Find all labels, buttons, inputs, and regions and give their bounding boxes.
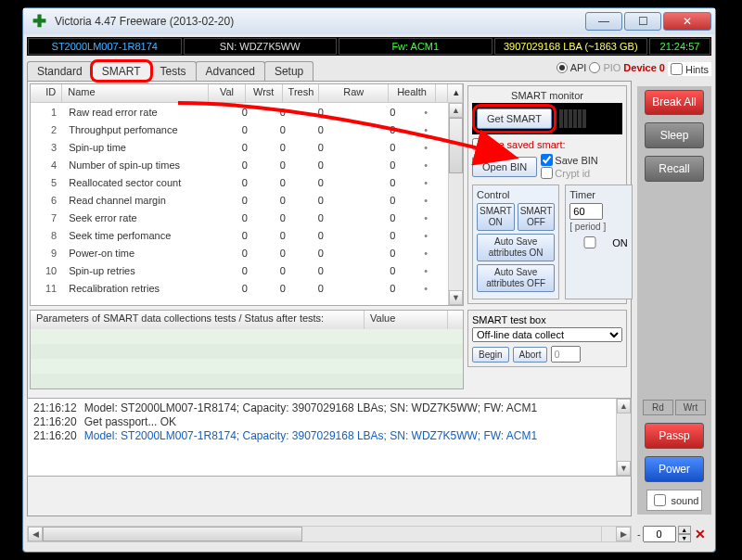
tab-advanced[interactable]: Advanced	[196, 61, 265, 81]
log-line: 21:16:20Model: ST2000LM007-1R8174; Capac…	[33, 429, 610, 442]
log-vscroll[interactable]: ▲ ▼	[616, 399, 631, 476]
scroll-right-icon[interactable]: ▶	[616, 527, 631, 541]
test-select[interactable]: Off-line data collect	[472, 327, 622, 342]
scroll-left-icon[interactable]: ◀	[28, 527, 43, 541]
table-row[interactable]: 4Number of spin-up times0000•	[31, 156, 463, 173]
status-sn: SN: WDZ7K5WW	[184, 38, 338, 55]
autosave-off-button[interactable]: Auto Save attributes OFF	[477, 264, 555, 292]
window-title: Victoria 4.47 Freeware (2013-02-20)	[55, 15, 583, 28]
status-drive: ST2000LM007-1R8174	[28, 38, 182, 55]
smart-monitor-title: SMART monitor	[472, 90, 622, 101]
col-scroll-corner: ▴	[448, 84, 463, 102]
api-pio-switch: API PIO Device 0	[556, 62, 665, 73]
use-saved-smart[interactable]: Use saved smart:	[472, 138, 566, 150]
table-row[interactable]: 5Reallocated sector count0000•	[31, 173, 463, 191]
smart-monitor-row: Get SMART	[472, 103, 622, 134]
col-spacer	[436, 84, 448, 102]
bottom-spinner: - ▲▼ ✕	[637, 526, 711, 542]
smart-on-button[interactable]: SMART ON	[477, 203, 515, 231]
power-button[interactable]: Power	[645, 456, 704, 482]
tab-setup[interactable]: Setup	[264, 61, 313, 81]
recall-button[interactable]: Recall	[645, 156, 704, 182]
spinner-updown[interactable]: ▲▼	[678, 526, 691, 542]
smart-off-button[interactable]: SMART OFF	[518, 203, 556, 231]
col-health[interactable]: Health	[389, 84, 436, 102]
crypt-id-check[interactable]: Crypt id	[541, 167, 597, 179]
sleep-button[interactable]: Sleep	[645, 122, 704, 148]
label-api: API	[570, 62, 587, 73]
get-smart-highlight: Get SMART	[475, 107, 554, 131]
table-row[interactable]: 2Throughput perfomance0000•	[31, 121, 463, 138]
scroll-down-icon[interactable]: ▼	[449, 290, 463, 305]
save-bin-check[interactable]: Save BIN	[541, 154, 597, 166]
status-bar: ST2000LM007-1R8174 SN: WDZ7K5WW Fw: ACM1…	[27, 37, 711, 56]
bottom-hscroll[interactable]: ◀ ▶	[27, 526, 632, 542]
control-panel: Control SMART ON SMART OFF Auto Save att…	[472, 185, 559, 299]
col-val[interactable]: Val	[209, 84, 246, 102]
col-tresh[interactable]: Tresh	[283, 84, 320, 102]
smart-test-box: SMART test box Off-line data collect Beg…	[467, 310, 627, 367]
period-label: [ period ]	[569, 222, 628, 232]
close-button[interactable]: ✕	[663, 12, 711, 31]
table-row[interactable]: 10Spin-up retries0000•	[31, 261, 463, 279]
get-smart-button[interactable]: Get SMART	[477, 108, 552, 129]
scroll-thumb[interactable]	[449, 118, 463, 173]
timer-title: Timer	[569, 189, 628, 200]
app-icon: ✚	[32, 13, 49, 30]
scroll-up-icon[interactable]: ▲	[617, 399, 631, 414]
tab-standard[interactable]: Standard	[27, 61, 93, 81]
log-line: 21:16:12Model: ST2000LM007-1R8174; Capac…	[33, 401, 610, 414]
timer-panel: Timer [ period ] ON	[565, 185, 633, 299]
table-row[interactable]: 3Spin-up time0000•	[31, 138, 463, 156]
table-row[interactable]: 8Seek time perfomance0000•	[31, 226, 463, 244]
resize-grip[interactable]	[601, 527, 616, 541]
radio-api[interactable]	[556, 62, 568, 73]
begin-button[interactable]: Begin	[472, 347, 509, 363]
param-col-spacer	[448, 311, 463, 329]
table-row[interactable]: 9Power-on time0000•	[31, 244, 463, 261]
open-bin-button[interactable]: Open BIN	[472, 157, 537, 177]
log-body: 21:16:12Model: ST2000LM007-1R8174; Capac…	[28, 399, 616, 476]
clear-icon[interactable]: ✕	[695, 527, 706, 541]
control-title: Control	[477, 189, 555, 200]
scroll-thumb[interactable]	[43, 527, 302, 541]
scroll-up-icon[interactable]: ▲	[449, 103, 463, 118]
abort-button[interactable]: Abort	[513, 347, 548, 363]
autosave-on-button[interactable]: Auto Save attributes ON	[477, 234, 555, 261]
log-panel: 21:16:12Model: ST2000LM007-1R8174; Capac…	[27, 398, 632, 477]
param-col1[interactable]: Parameters of SMART data collections tes…	[31, 311, 365, 329]
col-wrst[interactable]: Wrst	[246, 84, 283, 102]
app-window: ✚ Victoria 4.47 Freeware (2013-02-20) — …	[22, 7, 716, 553]
hints-checkbox[interactable]	[671, 63, 683, 75]
col-id[interactable]: ID	[31, 84, 62, 102]
col-name[interactable]: Name	[62, 84, 209, 102]
break-all-button[interactable]: Break All	[645, 90, 704, 115]
scroll-track[interactable]	[43, 527, 616, 541]
status-lba: 3907029168 LBA (~1863 GB)	[494, 38, 648, 55]
col-raw[interactable]: Raw	[319, 84, 389, 102]
tab-smart[interactable]: SMART	[92, 61, 151, 81]
passp-button[interactable]: Passp	[645, 423, 704, 449]
side-buttons: Break All Sleep Recall Rd Wrt Passp Powe…	[637, 86, 711, 515]
timer-on-check[interactable]: ON	[569, 234, 628, 251]
table-row[interactable]: 1Raw read error rate0000•	[31, 103, 463, 121]
param-col2[interactable]: Value	[365, 311, 448, 329]
hints-toggle[interactable]: Hints	[668, 62, 711, 76]
table-row[interactable]: 7Seek error rate0000•	[31, 209, 463, 226]
timer-input[interactable]	[569, 203, 603, 220]
table-row[interactable]: 6Read channel margin0000•	[31, 191, 463, 209]
scroll-down-icon[interactable]: ▼	[617, 461, 631, 476]
minimize-button[interactable]: —	[585, 12, 622, 31]
grid-vscroll[interactable]: ▲ ▼	[448, 103, 463, 305]
bars-icon	[559, 109, 586, 128]
device-label: Device 0	[623, 62, 665, 73]
tab-tests[interactable]: Tests	[150, 61, 197, 81]
hints-label: Hints	[685, 64, 709, 75]
maximize-button[interactable]: ☐	[624, 12, 661, 31]
radio-pio[interactable]	[589, 62, 600, 73]
table-row[interactable]: 11Recalibration retries0000•	[31, 279, 463, 297]
test-num-input[interactable]	[551, 346, 581, 363]
smart-monitor-panel: SMART monitor Get SMART Use saved smart:…	[467, 85, 627, 304]
spinner-input[interactable]	[643, 526, 676, 542]
sound-toggle[interactable]: sound	[646, 490, 703, 511]
